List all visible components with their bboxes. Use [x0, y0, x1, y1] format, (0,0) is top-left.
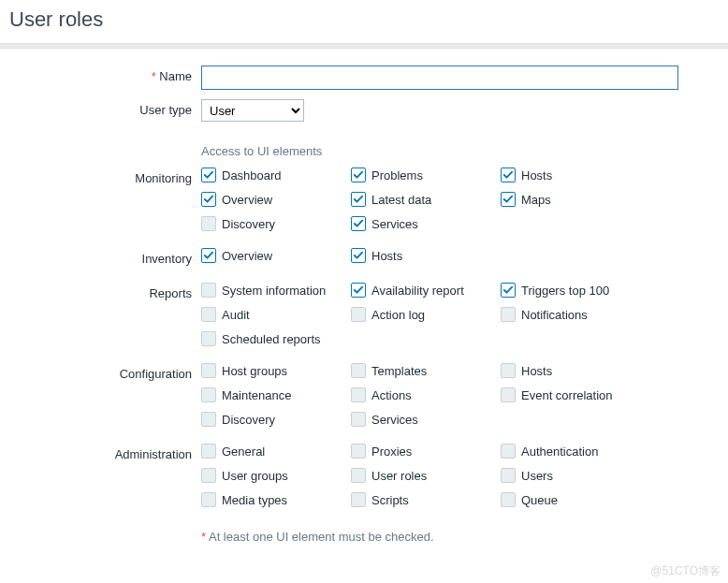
chk-reports-system-information[interactable]: [201, 283, 216, 298]
chk-monitoring-overview-item: Overview: [201, 192, 351, 207]
chk-config-event-correlation-label: Event correlation: [521, 388, 613, 402]
chk-config-event-correlation[interactable]: [501, 387, 516, 402]
chk-reports-availability-report[interactable]: [351, 283, 366, 298]
chk-admin-authentication-item: Authentication: [501, 444, 650, 459]
chk-reports-system-information-item: System information: [201, 283, 351, 298]
chk-reports-triggers-top-100-label: Triggers top 100: [521, 284, 609, 298]
chk-config-maintenance-label: Maintenance: [222, 388, 291, 402]
chk-admin-media-types-label: Media types: [222, 493, 287, 507]
chk-inventory-overview-label: Overview: [222, 249, 272, 263]
chk-config-maintenance[interactable]: [201, 387, 216, 402]
name-input[interactable]: [201, 66, 678, 90]
chk-inventory-overview[interactable]: [201, 248, 216, 263]
chk-monitoring-dashboard[interactable]: [201, 168, 216, 182]
name-label: * Name: [19, 66, 201, 90]
chk-config-host-groups[interactable]: [201, 363, 216, 378]
chk-monitoring-maps-item: Maps: [501, 192, 650, 207]
chk-config-maintenance-item: Maintenance: [201, 387, 351, 402]
chk-config-services-label: Services: [371, 413, 418, 427]
chk-admin-user-groups[interactable]: [201, 468, 216, 483]
chk-monitoring-latest-data[interactable]: [351, 192, 366, 207]
chk-config-actions-label: Actions: [371, 388, 412, 402]
chk-config-actions-item: Actions: [351, 387, 501, 402]
chk-config-services[interactable]: [351, 412, 366, 427]
chk-admin-users-label: Users: [521, 469, 553, 483]
user-type-select[interactable]: User: [201, 99, 304, 122]
required-marker: *: [152, 69, 160, 83]
chk-admin-users[interactable]: [501, 468, 516, 483]
group-label-administration: Administration: [19, 444, 201, 507]
chk-inventory-hosts-label: Hosts: [371, 249, 402, 263]
chk-monitoring-services[interactable]: [351, 216, 366, 231]
chk-monitoring-hosts-item: Hosts: [501, 168, 650, 182]
chk-admin-proxies[interactable]: [351, 444, 366, 459]
chk-monitoring-dashboard-label: Dashboard: [222, 168, 282, 182]
chk-admin-user-roles[interactable]: [351, 468, 366, 483]
chk-monitoring-discovery[interactable]: [201, 216, 216, 231]
chk-admin-user-roles-item: User roles: [351, 468, 501, 483]
chk-monitoring-discovery-item: Discovery: [201, 216, 351, 231]
chk-reports-notifications-item: Notifications: [501, 307, 650, 322]
group-label-monitoring: Monitoring: [19, 168, 201, 231]
page-title: User roles: [0, 0, 728, 43]
chk-admin-scripts-label: Scripts: [371, 493, 409, 507]
chk-monitoring-dashboard-item: Dashboard: [201, 168, 351, 182]
chk-admin-queue-label: Queue: [521, 493, 558, 507]
chk-reports-system-information-label: System information: [222, 284, 326, 298]
chk-reports-notifications[interactable]: [501, 307, 516, 322]
chk-reports-action-log[interactable]: [351, 307, 366, 322]
chk-admin-scripts-item: Scripts: [351, 492, 501, 507]
chk-admin-scripts[interactable]: [351, 492, 366, 507]
chk-config-hosts-item: Hosts: [501, 363, 650, 378]
chk-reports-availability-report-label: Availability report: [371, 284, 464, 298]
chk-admin-general[interactable]: [201, 444, 216, 459]
chk-admin-proxies-item: Proxies: [351, 444, 501, 459]
chk-reports-notifications-label: Notifications: [521, 308, 588, 322]
chk-monitoring-hosts[interactable]: [501, 168, 516, 182]
chk-monitoring-maps[interactable]: [501, 192, 516, 207]
user-type-label: User type: [19, 99, 201, 122]
chk-monitoring-hosts-label: Hosts: [521, 168, 552, 182]
chk-reports-scheduled-reports-item: Scheduled reports: [201, 331, 351, 346]
chk-monitoring-problems[interactable]: [351, 168, 366, 182]
hint: * At least one UI element must be checke…: [201, 530, 709, 544]
chk-config-discovery[interactable]: [201, 412, 216, 427]
chk-admin-media-types[interactable]: [201, 492, 216, 507]
section-title: Access to UI elements: [201, 131, 709, 168]
chk-monitoring-maps-label: Maps: [521, 193, 551, 207]
chk-admin-authentication[interactable]: [501, 444, 516, 459]
chk-monitoring-problems-item: Problems: [351, 168, 501, 182]
chk-reports-audit-label: Audit: [222, 308, 250, 322]
chk-admin-user-groups-label: User groups: [222, 469, 288, 483]
chk-admin-user-roles-label: User roles: [371, 469, 427, 483]
chk-config-actions[interactable]: [351, 387, 366, 402]
chk-admin-authentication-label: Authentication: [521, 445, 598, 459]
chk-reports-audit-item: Audit: [201, 307, 351, 322]
chk-config-templates-item: Templates: [351, 363, 501, 378]
chk-reports-audit[interactable]: [201, 307, 216, 322]
chk-config-host-groups-label: Host groups: [222, 364, 287, 378]
chk-admin-queue[interactable]: [501, 492, 516, 507]
chk-admin-general-item: General: [201, 444, 351, 459]
chk-monitoring-discovery-label: Discovery: [222, 217, 275, 231]
chk-admin-media-types-item: Media types: [201, 492, 351, 507]
chk-monitoring-services-item: Services: [351, 216, 501, 231]
chk-config-hosts[interactable]: [501, 363, 516, 378]
chk-reports-triggers-top-100-item: Triggers top 100: [501, 283, 650, 298]
chk-reports-action-log-label: Action log: [371, 308, 425, 322]
chk-reports-scheduled-reports[interactable]: [201, 331, 216, 346]
chk-monitoring-overview-label: Overview: [222, 193, 272, 207]
chk-admin-user-groups-item: User groups: [201, 468, 351, 483]
chk-config-discovery-item: Discovery: [201, 412, 351, 427]
chk-config-discovery-label: Discovery: [222, 413, 275, 427]
chk-config-templates[interactable]: [351, 363, 366, 378]
chk-monitoring-services-label: Services: [371, 217, 418, 231]
chk-inventory-hosts[interactable]: [351, 248, 366, 263]
chk-monitoring-overview[interactable]: [201, 192, 216, 207]
chk-config-hosts-label: Hosts: [521, 364, 552, 378]
chk-admin-general-label: General: [222, 445, 265, 459]
chk-reports-triggers-top-100[interactable]: [501, 283, 516, 298]
chk-config-event-correlation-item: Event correlation: [501, 387, 650, 402]
group-label-configuration: Configuration: [19, 363, 201, 427]
chk-monitoring-problems-label: Problems: [371, 168, 423, 182]
